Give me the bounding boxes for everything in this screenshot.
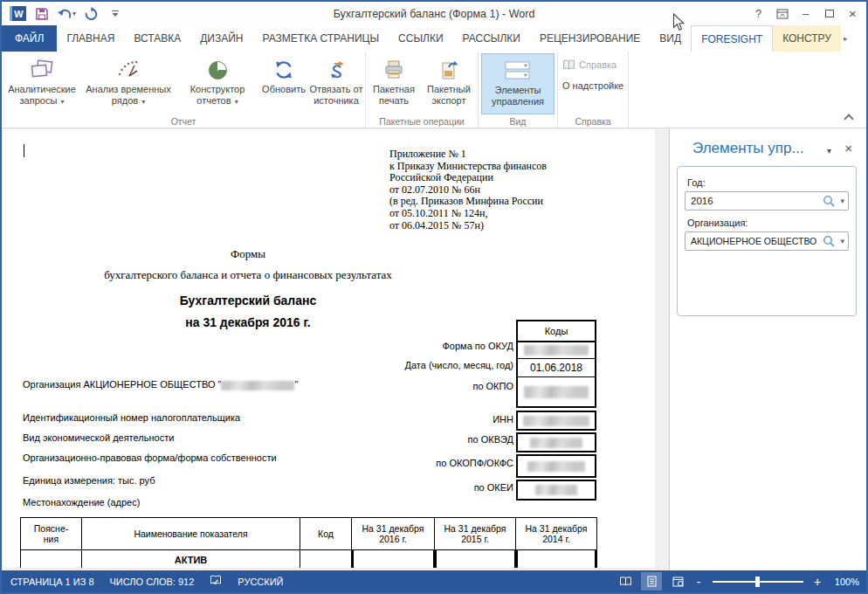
analytic-queries-button[interactable]: Аналитические запросы ▾ — [3, 53, 81, 114]
proofing-status-icon[interactable] — [210, 575, 222, 588]
group-label-view: Вид — [479, 116, 557, 127]
maximize-icon — [825, 10, 834, 17]
search-icon[interactable] — [823, 195, 836, 208]
printer-icon — [383, 56, 404, 84]
ribbon-group-report: Аналитические запросы ▾ Анализ временных… — [2, 52, 366, 128]
zoom-out-button[interactable]: - — [693, 575, 704, 589]
zoom-level[interactable]: 100% — [828, 577, 859, 587]
header-code: Код — [300, 518, 352, 550]
time-series-analysis-button[interactable]: Анализ временных рядов ▾ — [81, 53, 176, 114]
tab-scroll-right-icon[interactable]: ▸ — [841, 25, 851, 52]
okpo-label: по ОКПО — [472, 381, 513, 391]
tab-view[interactable]: ВИД — [650, 25, 691, 52]
pane-options-caret-icon[interactable]: ▾ — [827, 146, 831, 155]
print-layout-button[interactable] — [641, 572, 662, 591]
group-label-report: Отчет — [2, 116, 365, 127]
unlink-source-button[interactable]: Отвязать от источника — [308, 53, 364, 114]
zoom-slider-thumb[interactable] — [755, 577, 760, 587]
web-layout-button[interactable] — [667, 572, 688, 591]
cell-2016 — [352, 549, 435, 568]
batch-export-button[interactable]: Пакетный экспорт — [421, 53, 477, 114]
zoom-in-button[interactable]: + — [812, 575, 823, 589]
okved-label: по ОКВЭД — [468, 434, 513, 445]
close-button[interactable]: × — [841, 3, 865, 24]
maximize-button[interactable] — [817, 3, 841, 24]
page-indicator[interactable]: СТРАНИЦА 1 ИЗ 8 — [10, 577, 94, 587]
organization-input[interactable] — [691, 236, 823, 246]
redo-button[interactable] — [80, 4, 101, 24]
read-mode-button[interactable] — [615, 572, 636, 591]
tab-review[interactable]: РЕЦЕНЗИРОВАНИЕ — [530, 25, 650, 52]
read-mode-icon — [619, 577, 632, 586]
search-icon[interactable] — [823, 235, 836, 248]
codes-header: Коды — [518, 321, 595, 341]
dropdown-caret-icon: ▾ — [141, 98, 145, 106]
okud-value-cell — [518, 341, 595, 358]
balance-title: Бухгалтерский баланс — [3, 294, 493, 307]
word-app-icon[interactable]: W — [7, 4, 28, 24]
undo-dropdown-caret[interactable]: ▾ — [72, 10, 76, 17]
organization-prefix: Организация АКЦИОНЕРНОЕ ОБЩЕСТВО " — [23, 379, 221, 390]
tab-insert[interactable]: ВСТАВКА — [124, 25, 190, 52]
year-input[interactable] — [691, 196, 823, 206]
activity-label: Вид экономической деятельности — [23, 432, 174, 443]
book-icon — [562, 59, 575, 71]
dropdown-caret-icon: ▾ — [60, 98, 64, 106]
time-series-icon — [117, 56, 140, 84]
organization-field[interactable]: ▾ — [685, 231, 849, 251]
year-field[interactable]: ▾ — [685, 191, 849, 211]
controls-task-pane: Элементы упр... ▾ × Год: ▾ Организация: … — [669, 128, 866, 570]
balance-table: Поясне- ния Наименование показателя Код … — [20, 517, 597, 568]
document-page[interactable]: Приложение № 1 к Приказу Министерства фи… — [3, 129, 655, 568]
tab-home[interactable]: ГЛАВНАЯ — [57, 25, 124, 52]
organization-dropdown-caret-icon[interactable]: ▾ — [840, 237, 844, 245]
tab-design[interactable]: ДИЗАЙН — [190, 25, 252, 52]
time-series-label: Анализ временных рядов — [86, 84, 171, 106]
balance-date: на 31 декабря 2016 г. — [3, 315, 493, 329]
tab-file[interactable]: ФАЙЛ — [2, 25, 57, 52]
year-dropdown-caret-icon[interactable]: ▾ — [840, 197, 844, 205]
ribbon-display-options-button[interactable] — [770, 3, 794, 24]
help-reference-button[interactable]: Справка — [562, 57, 623, 73]
controls-label: Элементы управления — [492, 85, 544, 107]
controls-button[interactable]: Элементы управления — [481, 53, 555, 114]
word-window: W ▾ Бухгалтерский баланс (Форма 1) - Wor… — [0, 0, 868, 594]
save-icon — [35, 7, 49, 21]
refresh-button[interactable]: Обновить — [259, 53, 308, 114]
batch-print-button[interactable]: Пакетная печать — [367, 53, 421, 114]
pane-close-icon[interactable]: × — [844, 141, 852, 155]
language-indicator[interactable]: РУССКИЙ — [238, 577, 283, 587]
date-value-cell: 01.06.2018 — [518, 358, 595, 376]
tab-page-layout[interactable]: РАЗМЕТКА СТРАНИЦЫ — [253, 25, 389, 52]
save-button[interactable] — [31, 4, 52, 24]
ribbon-tab-row: ФАЙЛ ГЛАВНАЯ ВСТАВКА ДИЗАЙН РАЗМЕТКА СТР… — [2, 25, 866, 52]
about-addin-button[interactable]: О надстройке — [562, 78, 623, 93]
redo-icon — [84, 7, 98, 21]
address-label: Местонахождение (адрес) — [23, 497, 140, 508]
redacted-org-name — [221, 381, 294, 390]
minimize-button[interactable]: – — [794, 3, 817, 24]
collapse-ribbon-button[interactable] — [844, 113, 852, 121]
organization-suffix: " — [294, 379, 298, 390]
organization-line: Организация АКЦИОНЕРНОЕ ОБЩЕСТВО "" — [23, 379, 298, 390]
undo-button[interactable]: ▾ — [56, 4, 77, 24]
pie-chart-icon — [209, 56, 227, 84]
tab-mailings[interactable]: РАССЫЛКИ — [453, 25, 530, 52]
help-button[interactable]: ? — [747, 3, 770, 24]
batch-export-label: Пакетный экспорт — [427, 84, 471, 106]
inn-value-cell — [516, 411, 596, 431]
pane-filter-box: Год: ▾ Организация: ▾ — [677, 166, 857, 316]
report-designer-button[interactable]: Конструктор отчетов ▾ — [176, 53, 259, 114]
unlink-label: Отвязать от источника — [310, 84, 363, 106]
tab-constructor[interactable]: КОНСТРУ — [773, 25, 841, 52]
date-label: Дата (число, месяц, год) — [404, 360, 513, 370]
legal-reference-block: Приложение № 1 к Приказу Министерства фи… — [389, 148, 590, 231]
tab-references[interactable]: ССЫЛКИ — [389, 25, 452, 52]
okopf-value-cell — [516, 454, 596, 478]
zoom-slider[interactable] — [713, 581, 803, 583]
tab-foresight[interactable]: FORESIGHT — [691, 25, 773, 52]
redacted-value — [535, 485, 577, 495]
word-count[interactable]: ЧИСЛО СЛОВ: 912 — [110, 577, 195, 587]
redacted-value — [523, 416, 589, 426]
customize-qat-button[interactable] — [105, 4, 126, 24]
